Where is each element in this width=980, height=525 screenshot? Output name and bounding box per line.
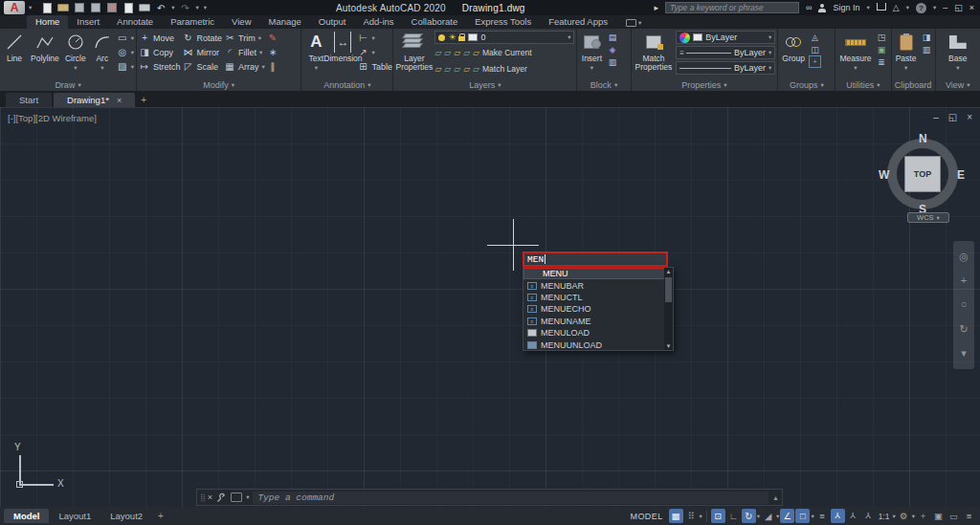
array-tool[interactable]: ▦Array▾ xyxy=(224,59,265,74)
match-properties-button[interactable]: Match Properties xyxy=(634,31,675,73)
layer-tool-icon[interactable]: ▱ xyxy=(434,48,441,57)
viewcube[interactable]: TOP N S W E xyxy=(882,134,963,214)
nav-pan-icon[interactable]: + xyxy=(961,275,967,286)
tab-express-tools[interactable]: Express Tools xyxy=(466,15,540,29)
tab-manage[interactable]: Manage xyxy=(260,15,310,29)
new-file-icon[interactable] xyxy=(41,3,53,13)
save-as-icon[interactable] xyxy=(90,3,101,13)
nav-orbit-icon[interactable]: ↻ xyxy=(959,324,968,335)
autodesk-mark-icon[interactable]: △ xyxy=(893,3,900,12)
layer-dropdown[interactable]: ☀ 0 ▾ xyxy=(434,31,574,44)
layer-color-swatch[interactable] xyxy=(468,33,478,41)
rotate-tool[interactable]: ↻Rotate xyxy=(183,31,223,45)
layer-tool-icon[interactable]: ▱ xyxy=(473,48,479,57)
tab-output[interactable]: Output xyxy=(310,15,355,29)
transfer-icon[interactable] xyxy=(122,3,134,13)
chevron-down-icon[interactable]: ▾ xyxy=(246,493,249,501)
file-tab-drawing1[interactable]: Drawing1* × xyxy=(54,93,135,107)
chevron-down-icon[interactable]: ▾ xyxy=(700,513,702,520)
panel-label-block[interactable]: Block▾ xyxy=(577,78,630,91)
sign-in-button[interactable]: Sign In xyxy=(833,3,859,12)
object-snap-toggle[interactable]: □ xyxy=(795,509,810,523)
id-point-tool[interactable]: ▣ xyxy=(875,43,887,55)
panel-label-modify[interactable]: Modify▾ xyxy=(137,78,301,91)
panel-label-layers[interactable]: Layers▾ xyxy=(393,78,576,91)
doc-restore-button[interactable]: ◱ xyxy=(948,112,957,122)
close-button[interactable]: × xyxy=(969,3,974,12)
move-tool[interactable]: +Move xyxy=(139,31,181,45)
paste-button[interactable]: Paste ▾ xyxy=(894,31,919,73)
define-attributes-tool[interactable]: ◈ xyxy=(606,43,618,55)
doc-close-button[interactable]: × xyxy=(967,112,972,122)
chevron-down-icon[interactable]: ▾ xyxy=(904,64,907,72)
mirror-tool[interactable]: ⋈Mirror xyxy=(183,45,223,59)
tab-addins[interactable]: Add-ins xyxy=(354,15,402,29)
layout2-tab[interactable]: Layout2 xyxy=(100,509,152,523)
command-input[interactable]: Type a command xyxy=(253,492,768,504)
customize-wrench-icon[interactable] xyxy=(216,492,227,503)
suggestion-menu[interactable]: MENU xyxy=(523,268,673,279)
scroll-up-icon[interactable]: ▲ xyxy=(666,269,672,274)
chevron-down-icon[interactable]: ▾ xyxy=(956,64,959,72)
lineweight-dropdown[interactable]: ≡ ByLayer ▾ xyxy=(676,46,775,59)
isometric-drafting-toggle[interactable]: ◢ xyxy=(761,509,775,523)
tab-featured-apps[interactable]: Featured Apps xyxy=(540,15,616,29)
panel-label-draw[interactable]: Draw▾ xyxy=(0,78,136,91)
chevron-down-icon[interactable]: ▾ xyxy=(811,513,813,520)
viewport-controls[interactable]: [-][Top][2D Wireframe] xyxy=(8,113,97,123)
clean-screen-button[interactable]: ▭ xyxy=(947,509,961,523)
chevron-down-icon[interactable]: ▾ xyxy=(776,513,779,520)
base-view-button[interactable]: Base ▾ xyxy=(946,31,970,73)
app-menu-button[interactable]: A xyxy=(4,1,25,14)
chevron-down-icon[interactable]: ▾ xyxy=(757,513,760,520)
group-button[interactable]: Group xyxy=(780,31,807,64)
suggestion-menuname[interactable]: ≡MENUNAME xyxy=(523,316,673,327)
chevron-down-icon[interactable]: ▾ xyxy=(590,64,593,72)
copy-tool[interactable]: ◨Copy xyxy=(139,45,181,59)
layout1-tab[interactable]: Layout1 xyxy=(49,509,100,523)
layer-tool-icon[interactable]: ▱ xyxy=(444,64,451,74)
chevron-down-icon[interactable]: ▾ xyxy=(912,513,915,520)
circle-tool[interactable]: Circle ▾ xyxy=(63,31,88,73)
chevron-down-icon[interactable]: ▾ xyxy=(315,64,318,72)
polar-tracking-toggle[interactable]: ↻ xyxy=(742,509,756,523)
model-tab[interactable]: Model xyxy=(4,509,49,523)
panel-label-properties[interactable]: Properties▾ xyxy=(632,78,778,91)
annotation-visibility-toggle[interactable]: Y xyxy=(831,509,845,523)
customize-qat-icon[interactable]: ▾ xyxy=(204,4,207,11)
scroll-down-icon[interactable]: ▼ xyxy=(666,343,672,349)
multileader-tool[interactable]: ↗▾ xyxy=(357,45,392,59)
rectangle-tool[interactable]: ▭▾ xyxy=(117,31,134,45)
space-indicator[interactable]: MODEL xyxy=(631,512,663,521)
app-store-icon[interactable] xyxy=(877,3,886,11)
layer-tool-icon[interactable]: ▱ xyxy=(434,64,441,74)
tab-view[interactable]: View xyxy=(223,15,259,29)
insert-block-button[interactable]: Insert ▾ xyxy=(579,31,604,73)
isolate-objects-button[interactable]: ▣ xyxy=(931,509,946,523)
new-drawing-icon[interactable]: + xyxy=(141,95,146,107)
viewcube-east[interactable]: E xyxy=(957,168,965,182)
chevron-down-icon[interactable]: ▾ xyxy=(892,513,895,520)
layer-tool-icon[interactable]: ▱ xyxy=(454,48,460,57)
offset-tool[interactable]: ∥ xyxy=(267,59,278,74)
tab-home[interactable]: Home xyxy=(27,15,68,29)
redo-chevron-icon[interactable]: ▾ xyxy=(196,4,199,11)
tab-insert[interactable]: Insert xyxy=(68,15,108,29)
chevron-down-icon[interactable]: ▾ xyxy=(100,64,103,72)
hatch-tool[interactable]: ▨▾ xyxy=(117,59,134,74)
create-block-tool[interactable]: ▤ xyxy=(606,31,618,43)
group-edit-tool[interactable]: ◫ xyxy=(809,43,821,55)
dynamic-command-input[interactable]: MEN xyxy=(523,252,668,267)
open-file-icon[interactable] xyxy=(57,3,69,13)
text-tool[interactable]: A Text ▾ xyxy=(303,31,328,73)
command-line-grip[interactable]: ⣿ xyxy=(200,493,204,502)
restore-button[interactable]: ◱ xyxy=(954,3,963,12)
cut-clip-tool[interactable]: ▥ xyxy=(921,43,933,55)
quick-calc-tool[interactable]: ◳ xyxy=(875,31,887,43)
layer-tool-icon[interactable]: ▱ xyxy=(473,64,479,74)
layer-tool-icon[interactable]: ▱ xyxy=(463,48,470,57)
table-tool[interactable]: ⊞Table xyxy=(357,59,392,74)
erase-tool[interactable]: ✎ xyxy=(267,31,278,45)
nav-more-icon[interactable]: ▾ xyxy=(961,348,967,359)
panel-label-view[interactable]: View▾ xyxy=(936,78,980,91)
